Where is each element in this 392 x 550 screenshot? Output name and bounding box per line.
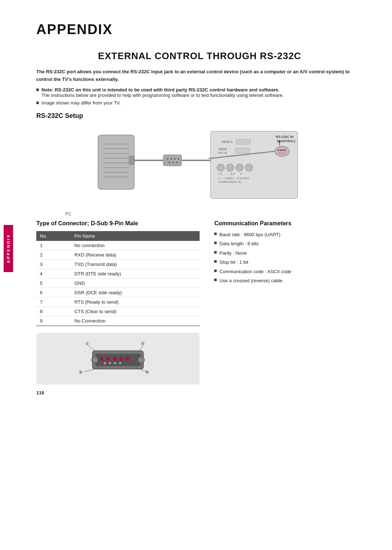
svg-point-56: [106, 357, 110, 361]
svg-point-57: [113, 357, 117, 361]
comm-param-item: Baud rate : 9600 bps (UART): [214, 231, 363, 238]
svg-point-26: [217, 164, 224, 171]
svg-point-63: [119, 362, 121, 364]
col-pinname-header: Pin Name: [71, 231, 200, 241]
col-no-header: No.: [36, 231, 71, 241]
pin-name: No Connection: [71, 316, 200, 326]
comm-param-item: Use a crossed (reverse) cable.: [214, 277, 363, 284]
svg-point-39: [280, 149, 281, 151]
diagram-svg: HDMI 2 HDMI /DVI IN Y P B P R 1 — VIDEO …: [87, 124, 312, 204]
comm-param-text: Stop bit : 1 bit: [219, 259, 248, 266]
svg-point-41: [284, 149, 286, 151]
two-col-layout: Type of Connector; D-Sub 9-Pin Male No. …: [36, 220, 363, 385]
svg-point-15: [178, 158, 179, 160]
svg-point-14: [174, 158, 176, 160]
table-row: 9No Connection: [36, 316, 200, 326]
svg-point-61: [109, 362, 111, 364]
bullet-icon: [214, 260, 217, 263]
pin-name: TXD (Transmit data): [71, 259, 200, 269]
comm-title: Communication Parameters: [214, 220, 363, 227]
comm-param-item: Data length : 8 bits: [214, 240, 363, 247]
svg-text:⑨: ⑨: [145, 370, 149, 375]
svg-point-29: [245, 164, 253, 171]
pin-number: 3: [36, 259, 71, 269]
svg-point-42: [279, 152, 280, 154]
svg-point-43: [281, 152, 283, 154]
section-title: EXTERNAL CONTROL THROUGH RS-232C: [36, 50, 363, 62]
comm-params-list: Baud rate : 9600 bps (UART)Data length :…: [214, 231, 363, 284]
svg-point-18: [176, 162, 177, 163]
pin-name: GND: [71, 278, 200, 288]
pin-number: 5: [36, 278, 71, 288]
pin-number: 1: [36, 241, 71, 250]
svg-point-62: [114, 362, 116, 364]
table-row: 1No connection: [36, 241, 200, 250]
svg-rect-25: [235, 148, 250, 153]
table-header-row: No. Pin Name: [36, 231, 200, 241]
pin-number: 4: [36, 269, 71, 278]
pin-name: DTR (DTE side ready): [71, 269, 200, 278]
pin-name: RXD (Receive data): [71, 250, 200, 259]
svg-point-38: [278, 149, 279, 151]
pc-label: PC: [36, 212, 363, 217]
svg-text:HDMI  2: HDMI 2: [221, 140, 233, 144]
comm-param-item: Communication code : ASCII code: [214, 268, 363, 275]
pin-number: 7: [36, 297, 71, 307]
comm-param-text: Communication code : ASCII code: [219, 268, 291, 275]
bullet-icon: [214, 279, 217, 281]
pin-number: 8: [36, 307, 71, 316]
page: APPENDIX APPENDIX EXTERNAL CONTROL THROU…: [0, 0, 392, 406]
svg-point-12: [167, 158, 168, 160]
note-1: Note: RS-232C on this unit is intended t…: [36, 87, 363, 98]
comm-param-text: Baud rate : 9600 bps (UART): [219, 231, 280, 238]
svg-point-55: [100, 357, 103, 361]
connector-svg: ① ⑤: [71, 340, 165, 376]
note-1-text: Note: RS-232C on this unit is intended t…: [41, 87, 284, 98]
table-row: 2RXD (Receive data): [36, 250, 200, 259]
pin-name: RTS (Ready to send): [71, 297, 200, 307]
svg-point-28: [236, 164, 243, 171]
svg-text:Y    P: Y P: [218, 172, 222, 176]
svg-text:⑥: ⑥: [79, 370, 83, 375]
table-row: 5GND: [36, 278, 200, 288]
pin-name: DSR (DCE side ready): [71, 288, 200, 297]
table-row: 4DTR (DTE side ready): [36, 269, 200, 278]
svg-text:1 — VIDEO —R  AUDIO: 1 — VIDEO —R AUDIO: [219, 177, 249, 180]
svg-line-68: [85, 368, 100, 372]
intro-text: The RS-232C port allows you connect the …: [36, 68, 363, 83]
bullet-icon: [214, 242, 217, 244]
connector-section: Type of Connector; D-Sub 9-Pin Male No. …: [36, 220, 200, 385]
svg-rect-22: [236, 139, 250, 144]
pin-name: CTS (Clear to send): [71, 307, 200, 316]
pin-number: 9: [36, 316, 71, 326]
svg-point-37: [275, 146, 289, 156]
page-number: 116: [36, 390, 44, 395]
svg-text:RS-232C IN: RS-232C IN: [276, 135, 294, 139]
svg-point-17: [172, 162, 174, 163]
svg-rect-0: [98, 135, 134, 189]
pin-number: 2: [36, 250, 71, 259]
setup-title: RS-232C Setup: [36, 112, 363, 120]
note-2: Image shown may differ from your TV.: [36, 100, 363, 106]
bullet-icon: [36, 89, 39, 91]
svg-rect-9: [129, 156, 134, 165]
page-title: APPENDIX: [36, 22, 363, 37]
bullet-icon: [214, 251, 217, 254]
table-row: 6DSR (DCE side ready): [36, 288, 200, 297]
comm-param-text: Data length : 8 bits: [219, 240, 258, 247]
bullet-icon-2: [36, 102, 39, 104]
pin-name: No connection: [71, 241, 200, 250]
svg-point-27: [226, 164, 234, 171]
comm-param-item: Parity : None: [214, 250, 363, 257]
note-2-text: Image shown may differ from your TV.: [41, 100, 121, 106]
comm-param-text: Use a crossed (reverse) cable.: [219, 277, 283, 284]
dsub-connector-diagram: ① ⑤: [36, 333, 200, 385]
comm-param-item: Stop bit : 1 bit: [214, 259, 363, 266]
svg-point-64: [91, 357, 98, 363]
svg-text:R: R: [240, 172, 242, 176]
svg-point-13: [171, 158, 172, 160]
comm-section: Communication Parameters Baud rate : 960…: [214, 220, 363, 385]
bullet-icon: [214, 270, 217, 272]
svg-point-40: [282, 149, 283, 151]
svg-text:/DVI IN: /DVI IN: [218, 151, 227, 155]
